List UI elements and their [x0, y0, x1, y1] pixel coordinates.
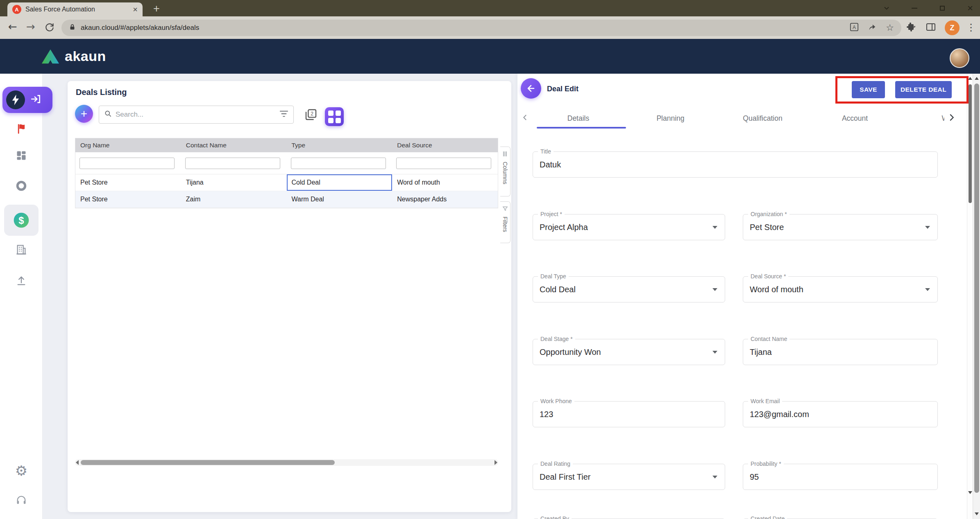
work-email-field[interactable]: Work Email: [743, 401, 938, 427]
panel-title: Deal Edit: [547, 85, 578, 93]
organization-label: Organization *: [748, 211, 789, 217]
scroll-right-arrow-icon[interactable]: [495, 460, 497, 465]
column-header-deal-source[interactable]: Deal Source: [392, 138, 498, 152]
browser-profile-avatar[interactable]: Z: [945, 20, 960, 35]
column-header-contact-name[interactable]: Contact Name: [181, 138, 287, 152]
scroll-up-arrow-icon[interactable]: [975, 77, 979, 80]
scroll-up-arrow-icon[interactable]: [968, 77, 972, 80]
forward-icon[interactable]: →: [26, 21, 35, 32]
filter-cell: [75, 152, 181, 174]
deal-type-field[interactable]: Deal Type Cold Deal: [533, 276, 725, 302]
page-scrollbar-thumb[interactable]: [974, 83, 979, 493]
scroll-left-arrow-icon[interactable]: [76, 460, 79, 465]
window-close-button[interactable]: ×: [960, 0, 980, 16]
work-phone-input[interactable]: [540, 402, 715, 427]
project-field[interactable]: Project * Project Alpha: [533, 214, 725, 240]
tab-close-icon[interactable]: ×: [133, 5, 138, 14]
horizontal-scrollbar-thumb[interactable]: [81, 460, 335, 465]
editor-tabs: Details Planning Qualification Account W…: [532, 108, 944, 129]
column-header-type[interactable]: Type: [287, 138, 392, 152]
tab-account[interactable]: Account: [809, 108, 901, 129]
sidebar-item-settings-gear-icon[interactable]: ⚙: [0, 463, 43, 479]
new-tab-button[interactable]: +: [150, 2, 163, 15]
title-input[interactable]: [540, 152, 928, 177]
scroll-down-arrow-icon[interactable]: [968, 491, 972, 494]
tab-truncated[interactable]: Wo: [901, 108, 944, 129]
table-row[interactable]: Pet Store Tijana Cold Deal Word of mouth: [75, 174, 498, 191]
sidebar-item-flag[interactable]: [0, 123, 43, 135]
filter-input-contact-name[interactable]: [185, 158, 280, 169]
cell-contact-name[interactable]: Tijana: [181, 174, 287, 191]
table-row[interactable]: Pet Store Zaim Warm Deal Newspaper Adds: [75, 191, 498, 208]
panel-vertical-scrollbar[interactable]: [967, 74, 973, 519]
chevron-down-icon[interactable]: [877, 0, 896, 16]
tab-details[interactable]: Details: [532, 108, 624, 129]
page-vertical-scrollbar[interactable]: [973, 74, 980, 519]
work-phone-field[interactable]: Work Phone: [533, 401, 725, 427]
sidebar-item-upload[interactable]: [0, 275, 43, 287]
share-icon[interactable]: [868, 23, 877, 33]
browser-tab[interactable]: A Sales Force Automation ×: [7, 2, 143, 16]
contact-name-input[interactable]: [750, 339, 928, 365]
bookmark-star-icon[interactable]: ☆: [886, 23, 894, 32]
sidebar-item-active-applet[interactable]: [2, 87, 52, 113]
user-avatar[interactable]: [950, 48, 969, 68]
probability-field[interactable]: Probability *: [743, 464, 938, 490]
column-header-org-name[interactable]: Org Name: [75, 138, 181, 152]
sidebar-item-ring[interactable]: [0, 180, 43, 192]
deal-stage-field[interactable]: Deal Stage * Opportunity Won: [533, 339, 725, 365]
cell-deal-source[interactable]: Newspaper Adds: [392, 191, 498, 208]
deal-type-value: Cold Deal: [540, 285, 576, 294]
tabs-scroll-left-icon[interactable]: [522, 114, 529, 123]
tabs-scroll-right-icon[interactable]: [947, 113, 956, 124]
filters-side-tab[interactable]: Filters: [500, 201, 510, 243]
cell-org-name[interactable]: Pet Store: [75, 174, 181, 191]
window-minimize-button[interactable]: [905, 0, 924, 16]
search-input[interactable]: [116, 111, 276, 119]
refresh-icon[interactable]: [44, 22, 55, 34]
back-icon[interactable]: ←: [8, 21, 17, 32]
filter-input-org-name[interactable]: [79, 158, 175, 169]
columns-side-tab[interactable]: Columns: [500, 147, 510, 196]
scroll-down-arrow-icon[interactable]: [975, 512, 979, 515]
sidebar-item-support-headset-icon[interactable]: [0, 494, 43, 506]
filter-list-icon[interactable]: [279, 110, 288, 119]
contact-name-field[interactable]: Contact Name: [743, 339, 938, 365]
sidebar-item-dashboard[interactable]: [0, 150, 43, 161]
back-button[interactable]: [521, 78, 541, 99]
panel-scrollbar-thumb[interactable]: [969, 84, 972, 203]
cell-contact-name[interactable]: Zaim: [181, 191, 287, 208]
grid-view-button[interactable]: [325, 107, 344, 126]
cell-deal-source[interactable]: Word of mouth: [392, 174, 498, 191]
side-panel-icon[interactable]: [926, 22, 936, 34]
organization-field[interactable]: Organization * Pet Store: [743, 214, 938, 240]
browser-menu-kebab-icon[interactable]: ⋮: [966, 22, 976, 33]
tab-qualification[interactable]: Qualification: [717, 108, 809, 129]
split-view-icon[interactable]: 2: [304, 108, 318, 123]
save-button[interactable]: SAVE: [852, 81, 885, 98]
filter-cell: [392, 152, 498, 174]
probability-input[interactable]: [750, 464, 928, 490]
deal-source-field[interactable]: Deal Source * Word of mouth: [743, 276, 938, 302]
cell-type[interactable]: Warm Deal: [287, 191, 392, 208]
deal-rating-field[interactable]: Deal Rating Deal First Tier: [533, 464, 725, 490]
extensions-puzzle-icon[interactable]: [906, 22, 916, 34]
title-field[interactable]: Title: [533, 151, 938, 178]
work-email-input[interactable]: [750, 402, 928, 427]
cell-type-selected[interactable]: Cold Deal: [287, 174, 392, 191]
filter-input-deal-source[interactable]: [396, 158, 491, 169]
search-box[interactable]: [99, 106, 294, 124]
url-bar[interactable]: akaun.cloud/#/applets/akaun/sfa/deals A …: [61, 20, 901, 36]
translate-icon[interactable]: A: [850, 23, 859, 33]
sidebar-item-sales-active[interactable]: $: [4, 205, 39, 236]
window-maximize-button[interactable]: [932, 0, 952, 16]
browser-toolbar: ← → akaun.cloud/#/applets/akaun/sfa/deal…: [0, 16, 980, 39]
sidebar-item-organization[interactable]: [0, 244, 43, 255]
filter-input-type[interactable]: [291, 158, 386, 169]
cell-org-name[interactable]: Pet Store: [75, 191, 181, 208]
horizontal-scrollbar[interactable]: [75, 459, 498, 466]
delete-deal-button[interactable]: DELETE DEAL: [895, 81, 952, 98]
add-deal-button[interactable]: +: [75, 105, 93, 123]
table-filter-row: [75, 152, 498, 174]
tab-planning[interactable]: Planning: [624, 108, 717, 129]
